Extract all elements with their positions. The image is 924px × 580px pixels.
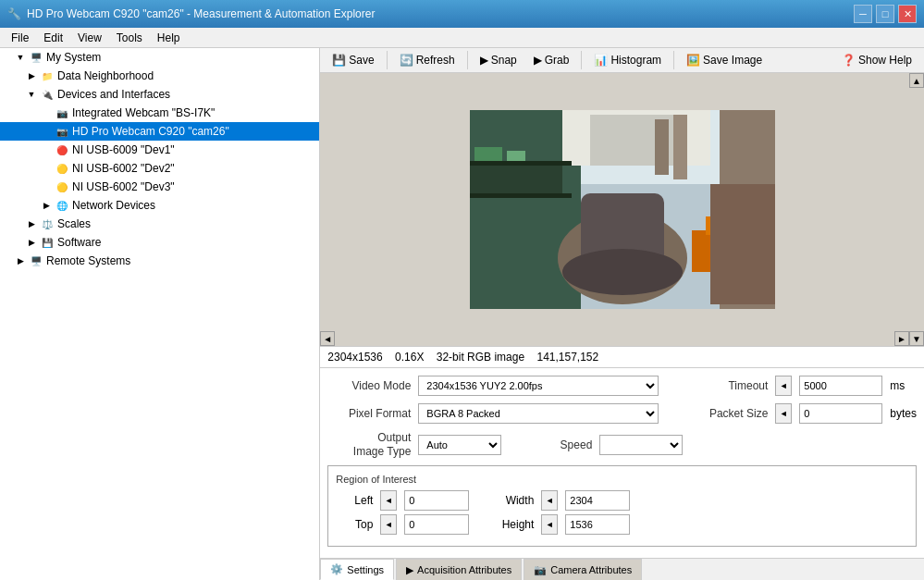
timeout-input[interactable] xyxy=(799,376,882,396)
packet-size-spinner[interactable]: ◄ xyxy=(775,403,792,424)
snap-play-icon: ▶ xyxy=(480,54,488,67)
roi-left-group: Left ◄ Top ◄ xyxy=(336,490,469,538)
video-mode-select[interactable]: 2304x1536 YUY2 2.00fps xyxy=(418,376,659,396)
scroll-up-button[interactable]: ▲ xyxy=(909,73,924,88)
timeout-unit: ms xyxy=(890,379,905,392)
menu-file[interactable]: File xyxy=(4,30,36,46)
svg-rect-16 xyxy=(507,151,525,161)
speed-select[interactable] xyxy=(599,435,683,455)
height-label: Height xyxy=(497,518,534,531)
left-spinner[interactable]: ◄ xyxy=(380,490,397,511)
tab-settings[interactable]: ⚙️ Settings xyxy=(320,559,394,580)
tree-label-ni-usb-6009: NI USB-6009 "Dev1" xyxy=(72,143,175,156)
camera-preview xyxy=(470,110,775,309)
expand-remote-systems[interactable]: ▶ xyxy=(15,255,26,266)
timeout-group: Timeout ◄ ms xyxy=(684,376,905,396)
scroll-right-button[interactable]: ► xyxy=(894,331,909,346)
tree-ni-usb-6009[interactable]: 🔴 NI USB-6009 "Dev1" xyxy=(0,141,319,159)
tree-label-data-neighborhood: Data Neighborhood xyxy=(57,69,154,82)
save-image-button[interactable]: 🖼️ Save Image xyxy=(680,51,769,69)
menu-view[interactable]: View xyxy=(70,30,109,46)
tree-label-scales: Scales xyxy=(57,217,91,230)
top-spinner[interactable]: ◄ xyxy=(380,514,397,535)
packet-size-group: Packet Size ◄ bytes xyxy=(684,403,917,424)
tree-label-network-devices: Network Devices xyxy=(72,199,155,212)
output-image-row: OutputImage Type Auto Speed xyxy=(327,431,917,458)
expand-network-devices[interactable]: ▶ xyxy=(41,200,52,211)
tree-ni-usb-6002-dev3[interactable]: 🟡 NI USB-6002 "Dev3" xyxy=(0,178,319,196)
tree-software[interactable]: ▶ 💾 Software xyxy=(0,233,319,252)
tab-camera[interactable]: 📷 Camera Attributes xyxy=(524,559,642,580)
width-input[interactable] xyxy=(565,490,630,511)
toolbar-sep-1 xyxy=(387,51,388,69)
timeout-spinner[interactable]: ◄ xyxy=(775,376,792,396)
tree-devices-interfaces[interactable]: ▼ 🔌 Devices and Interfaces xyxy=(0,85,319,104)
tree-remote-systems[interactable]: ▶ 🖥️ Remote Systems xyxy=(0,252,319,270)
save-button[interactable]: 💾 Save xyxy=(326,51,380,69)
pixel-format-row: Pixel Format BGRA 8 Packed Packet Size ◄… xyxy=(327,403,917,424)
roi-top-row: Top ◄ xyxy=(336,514,469,535)
network-icon: 🌐 xyxy=(55,198,69,213)
grab-button[interactable]: ▶ Grab xyxy=(527,51,576,69)
tree-label-hd-webcam: HD Pro Webcam C920 "cam26" xyxy=(72,125,229,138)
folder-icon: 📁 xyxy=(40,68,55,83)
tree-label-ni-usb-6002-dev2: NI USB-6002 "Dev2" xyxy=(72,162,175,175)
tree-ni-usb-6002-dev2[interactable]: 🟡 NI USB-6002 "Dev2" xyxy=(0,159,319,178)
tree-integrated-webcam[interactable]: 📷 Integrated Webcam "BS-I7K" xyxy=(0,104,319,122)
scroll-left-button[interactable]: ◄ xyxy=(320,331,335,346)
expand-devices[interactable]: ▼ xyxy=(26,89,37,100)
tree-label-devices: Devices and Interfaces xyxy=(57,88,170,101)
tab-acquisition[interactable]: ▶ Acquisition Attributes xyxy=(396,559,522,580)
expand-my-system[interactable]: ▼ xyxy=(15,52,26,63)
toolbar: 💾 Save 🔄 Refresh ▶ Snap ▶ Grab 📊 Histogr… xyxy=(320,48,924,73)
height-spinner[interactable]: ◄ xyxy=(541,514,558,535)
monitor-icon: 🖥️ xyxy=(29,50,43,65)
tree-data-neighborhood[interactable]: ▶ 📁 Data Neighborhood xyxy=(0,67,319,85)
app-icon: 🔧 xyxy=(7,7,21,20)
width-spinner[interactable]: ◄ xyxy=(541,490,558,511)
speed-label: Speed xyxy=(509,438,592,451)
height-input[interactable] xyxy=(565,514,630,535)
window-title: HD Pro Webcam C920 "cam26" - Measurement… xyxy=(27,7,375,20)
histogram-button[interactable]: 📊 Histogram xyxy=(587,51,668,69)
show-help-button[interactable]: ❓ Show Help xyxy=(835,51,918,69)
menu-edit[interactable]: Edit xyxy=(36,30,70,46)
expand-scales[interactable]: ▶ xyxy=(26,218,37,229)
tree-my-system[interactable]: ▼ 🖥️ My System xyxy=(0,48,319,67)
menu-help[interactable]: Help xyxy=(150,30,188,46)
scroll-down-button[interactable]: ▼ xyxy=(909,331,924,346)
top-input[interactable] xyxy=(404,514,469,535)
toolbar-sep-2 xyxy=(467,51,468,69)
toolbar-sep-4 xyxy=(673,51,674,69)
close-button[interactable]: ✕ xyxy=(898,5,917,23)
output-image-label: OutputImage Type xyxy=(327,431,411,458)
menu-tools[interactable]: Tools xyxy=(109,30,150,46)
show-help-label: Show Help xyxy=(858,54,912,67)
output-image-select[interactable]: Auto xyxy=(418,435,501,455)
histogram-icon: 📊 xyxy=(594,54,608,67)
tree-network-devices[interactable]: ▶ 🌐 Network Devices xyxy=(0,196,319,215)
usb-6009-icon: 🔴 xyxy=(55,142,69,157)
minimize-button[interactable]: ─ xyxy=(854,5,872,23)
usb-6002-dev3-icon: 🟡 xyxy=(55,179,69,194)
expand-hd-webcam xyxy=(41,126,52,137)
expand-software[interactable]: ▶ xyxy=(26,237,37,248)
tree-scales[interactable]: ▶ ⚖️ Scales xyxy=(0,215,319,233)
packet-size-input[interactable] xyxy=(799,403,882,424)
snap-button[interactable]: ▶ Snap xyxy=(474,51,524,69)
maximize-button[interactable]: □ xyxy=(876,5,894,23)
timeout-label: Timeout xyxy=(684,379,768,392)
image-values: 141,157,152 xyxy=(536,351,598,364)
acquisition-tab-label: Acquisition Attributes xyxy=(417,564,511,575)
camera-tab-label: Camera Attributes xyxy=(550,564,632,575)
top-label: Top xyxy=(336,518,373,531)
left-input[interactable] xyxy=(404,490,469,511)
webcam-hd-icon: 📷 xyxy=(55,124,69,139)
settings-tab-icon: ⚙️ xyxy=(330,563,343,575)
expand-data-neighborhood[interactable]: ▶ xyxy=(26,70,37,81)
pixel-format-select[interactable]: BGRA 8 Packed xyxy=(418,403,659,424)
image-info-bar: 2304x1536 0.16X 32-bit RGB image 141,157… xyxy=(320,346,924,368)
roi-title: Region of Interest xyxy=(336,474,908,485)
refresh-button[interactable]: 🔄 Refresh xyxy=(393,51,462,69)
tree-hd-webcam[interactable]: 📷 HD Pro Webcam C920 "cam26" xyxy=(0,122,319,141)
